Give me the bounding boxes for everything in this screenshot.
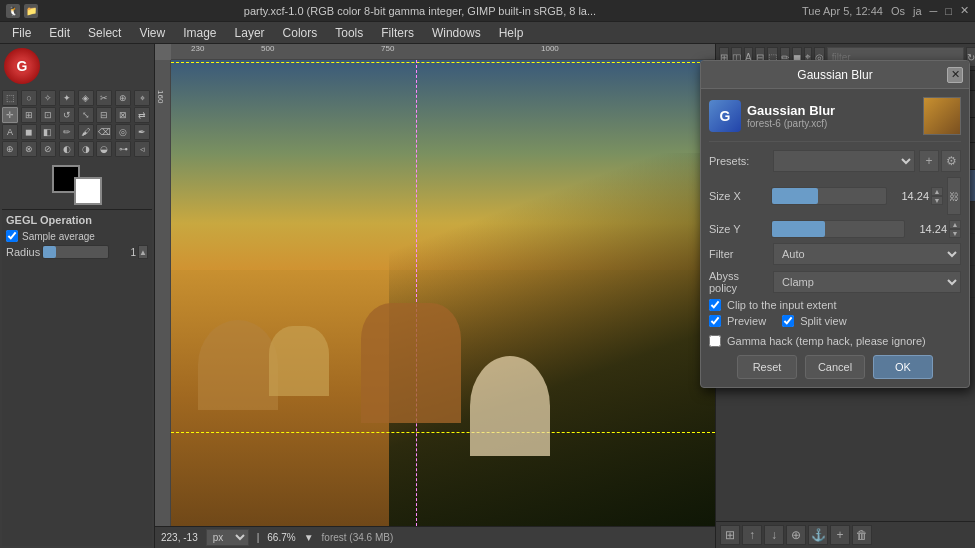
tool-crop[interactable]: ⊡ [40, 107, 56, 123]
fg-bg-colors[interactable] [52, 165, 102, 205]
status-info: forest (34.6 MB) [322, 532, 709, 543]
tool-move[interactable]: ✛ [2, 107, 18, 123]
menu-colors[interactable]: Colors [275, 24, 326, 42]
dialog-body: G Gaussian Blur forest-6 (party.xcf) Pre… [701, 89, 969, 387]
tool-perspective-clone[interactable]: ⊘ [40, 141, 56, 157]
radius-slider[interactable] [42, 245, 109, 259]
tool-scale[interactable]: ⤡ [78, 107, 94, 123]
menu-help[interactable]: Help [491, 24, 532, 42]
size-y-arrows[interactable]: ▲ ▼ [949, 220, 961, 238]
tool-paintbrush[interactable]: 🖌 [78, 124, 94, 140]
dialog-header: G Gaussian Blur forest-6 (party.xcf) [709, 97, 961, 142]
close-btn[interactable]: ✕ [960, 4, 969, 17]
ok-button[interactable]: OK [873, 355, 933, 379]
anchor-layer-btn[interactable]: ⚓ [808, 525, 828, 545]
minimize-btn[interactable]: ─ [930, 5, 938, 17]
abyss-select[interactable]: Clamp None Loop Black White [773, 271, 961, 293]
size-y-up[interactable]: ▲ [949, 220, 961, 229]
menu-select[interactable]: Select [80, 24, 129, 42]
menu-file[interactable]: File [4, 24, 39, 42]
presets-label: Presets: [709, 155, 769, 167]
tool-bucket-fill[interactable]: ◼ [21, 124, 37, 140]
tool-text[interactable]: A [2, 124, 18, 140]
plugin-name: Gaussian Blur [747, 103, 917, 118]
lower-layer-btn[interactable]: ↓ [764, 525, 784, 545]
size-x-label: Size X [709, 190, 769, 202]
gamma-hack-checkbox[interactable] [709, 335, 721, 347]
radius-up[interactable]: ▲ [138, 245, 148, 259]
size-x-arrows[interactable]: ▲ ▼ [931, 187, 943, 205]
maximize-btn[interactable]: □ [945, 5, 952, 17]
tool-dodge-burn[interactable]: ◑ [78, 141, 94, 157]
tool-free-select[interactable]: ✧ [40, 90, 56, 106]
cancel-button[interactable]: Cancel [805, 355, 865, 379]
size-y-slider[interactable] [771, 220, 905, 238]
tool-blend[interactable]: ◧ [40, 124, 56, 140]
chain-link[interactable]: ⛓ [947, 177, 961, 215]
split-view-label: Split view [800, 315, 846, 327]
tool-ink[interactable]: ✒ [134, 124, 150, 140]
add-preset-btn[interactable]: + [919, 150, 939, 172]
menu-image[interactable]: Image [175, 24, 224, 42]
size-x-up[interactable]: ▲ [931, 187, 943, 196]
size-x-down[interactable]: ▼ [931, 196, 943, 205]
preview-label: Preview [727, 315, 766, 327]
tool-paths[interactable]: ⌖ [134, 90, 150, 106]
tool-ellipse-select[interactable]: ○ [21, 90, 37, 106]
tool-eraser[interactable]: ⌫ [96, 124, 112, 140]
dialog-close-btn[interactable]: ✕ [947, 67, 963, 83]
tool-clone[interactable]: ⊕ [2, 141, 18, 157]
tool-rect-select[interactable]: ⬚ [2, 90, 18, 106]
canvas-content[interactable] [171, 60, 715, 526]
menu-edit[interactable]: Edit [41, 24, 78, 42]
delete-layer-btn[interactable]: 🗑 [852, 525, 872, 545]
presets-select[interactable] [773, 150, 915, 172]
new-layer-group-btn[interactable]: ⊞ [720, 525, 740, 545]
raise-layer-btn[interactable]: ↑ [742, 525, 762, 545]
tool-rotate[interactable]: ↺ [59, 107, 75, 123]
preview-checkbox[interactable] [709, 315, 721, 327]
tool-pencil[interactable]: ✏ [59, 124, 75, 140]
background-color[interactable] [74, 177, 102, 205]
manage-presets-btn[interactable]: ⚙ [941, 150, 961, 172]
tool-fuzzy-select[interactable]: ✦ [59, 90, 75, 106]
clip-input-checkbox[interactable] [709, 299, 721, 311]
gimp-logo: G [4, 48, 40, 84]
duplicate-layer-btn[interactable]: ⊕ [786, 525, 806, 545]
zoom-dropdown[interactable]: ▼ [304, 532, 314, 543]
scene-character-2 [269, 326, 329, 396]
tool-scissors[interactable]: ✂ [96, 90, 112, 106]
unit-select[interactable]: px in mm [206, 529, 249, 546]
tool-flip[interactable]: ⇄ [134, 107, 150, 123]
tool-select-by-color[interactable]: ◈ [78, 90, 94, 106]
plugin-file: forest-6 (party.xcf) [747, 118, 917, 129]
scene-character-4 [470, 356, 550, 456]
filter-select[interactable]: Auto IIR RLE [773, 243, 961, 265]
menu-windows[interactable]: Windows [424, 24, 489, 42]
size-y-down[interactable]: ▼ [949, 229, 961, 238]
menu-filters[interactable]: Filters [373, 24, 422, 42]
window-controls[interactable]: 🐧 📁 [6, 4, 38, 18]
menu-tools[interactable]: Tools [327, 24, 371, 42]
tool-smudge[interactable]: ◒ [96, 141, 112, 157]
menu-layer[interactable]: Layer [227, 24, 273, 42]
reset-button[interactable]: Reset [737, 355, 797, 379]
tool-airbrush[interactable]: ◎ [115, 124, 131, 140]
tool-shear[interactable]: ⊟ [96, 107, 112, 123]
size-x-slider[interactable] [771, 187, 887, 205]
tool-blur[interactable]: ◐ [59, 141, 75, 157]
window-title: party.xcf-1.0 (RGB color 8-bit gamma int… [44, 5, 796, 17]
tool-color-picker[interactable]: ◃ [134, 141, 150, 157]
tool-foreground-select[interactable]: ⊕ [115, 90, 131, 106]
tool-align[interactable]: ⊞ [21, 107, 37, 123]
tool-perspective[interactable]: ⊠ [115, 107, 131, 123]
sample-average-checkbox[interactable] [6, 230, 18, 242]
tool-measure[interactable]: ⊶ [115, 141, 131, 157]
scene-character-1 [198, 320, 278, 410]
new-layer-btn[interactable]: + [830, 525, 850, 545]
menu-view[interactable]: View [131, 24, 173, 42]
clip-input-label: Clip to the input extent [727, 299, 836, 311]
tool-heal[interactable]: ⊗ [21, 141, 37, 157]
canvas-area[interactable]: 230 500 750 1000 160 [155, 44, 715, 548]
split-view-checkbox[interactable] [782, 315, 794, 327]
